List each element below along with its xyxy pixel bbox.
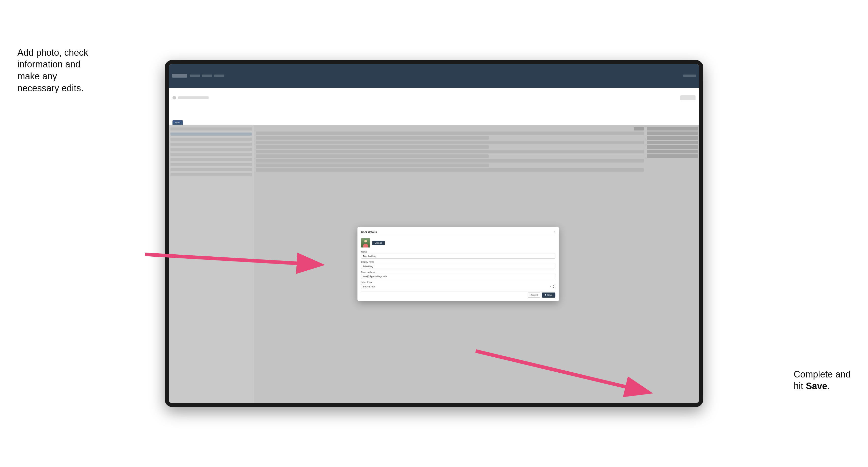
school-year-input[interactable] (361, 284, 555, 289)
modal-header: User details × (361, 230, 555, 235)
save-icon: ⬆ (545, 294, 547, 296)
tab-bar: Users (169, 108, 699, 125)
photo-person-image (361, 238, 370, 248)
modal-close-button[interactable]: × (554, 230, 555, 234)
school-year-clear-icon[interactable]: × (550, 285, 551, 288)
email-field-group: Email address (361, 271, 555, 279)
app-nav (190, 74, 224, 77)
display-name-label: Display name (361, 261, 555, 263)
user-details-modal: User details × Upload Name (358, 227, 559, 301)
name-field-group: Name (361, 251, 555, 259)
school-year-expand-icon[interactable]: ▲ ▼ (553, 285, 554, 288)
tablet-device: Users (165, 60, 703, 407)
upload-button[interactable]: Upload (372, 241, 385, 245)
nav-item-1 (190, 74, 200, 77)
nav-item-2 (202, 74, 212, 77)
display-name-input[interactable] (361, 264, 555, 269)
school-year-label: School Year (361, 281, 555, 284)
name-input[interactable] (361, 254, 555, 259)
tab-users[interactable]: Users (173, 120, 183, 125)
school-year-field-group: School Year × ▲ ▼ (361, 281, 555, 289)
annotation-left: Add photo, check information and make an… (17, 47, 88, 94)
content-area: User details × Upload Name (169, 125, 699, 403)
sub-header-action (680, 95, 695, 100)
photo-thumbnail (361, 238, 370, 248)
app-header-right (683, 74, 696, 77)
breadcrumb-icon (173, 96, 176, 99)
chevron-up-icon: ▲ (553, 285, 554, 286)
annotation-right: Complete and hit Save. (794, 369, 851, 393)
breadcrumb-text (178, 96, 209, 99)
email-input[interactable] (361, 274, 555, 279)
header-right-item (683, 74, 696, 77)
school-year-select-wrapper: × ▲ ▼ (361, 284, 555, 289)
nav-item-3 (214, 74, 224, 77)
display-name-field-group: Display name (361, 261, 555, 269)
modal-title: User details (361, 230, 377, 234)
save-label: Save (547, 294, 553, 296)
modal-footer: Cancel ⬆ Save (361, 291, 555, 298)
photo-upload-section: Upload (361, 237, 555, 249)
email-label: Email address (361, 271, 555, 274)
app-header (169, 64, 699, 88)
tablet-screen: Users (169, 64, 699, 403)
scene: Add photo, check information and make an… (0, 0, 868, 467)
app-logo (172, 74, 187, 77)
sub-header (169, 88, 699, 108)
save-button[interactable]: ⬆ Save (542, 292, 555, 298)
cancel-button[interactable]: Cancel (528, 292, 540, 298)
chevron-down-icon: ▼ (553, 287, 554, 288)
name-label: Name (361, 251, 555, 253)
